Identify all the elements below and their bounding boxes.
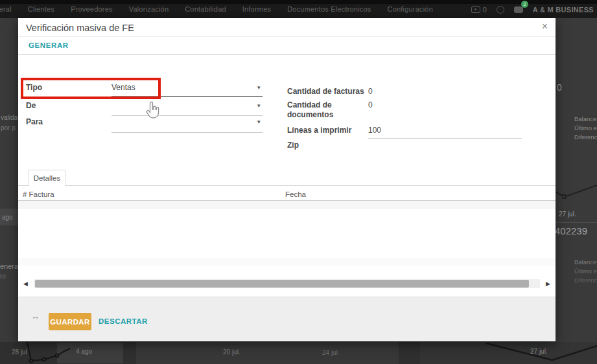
modal-footer: ↔ GUARDAR DESCARTAR bbox=[18, 297, 556, 341]
bg-right-divider bbox=[556, 222, 597, 223]
bg-right-date: 27 jul. bbox=[559, 210, 576, 218]
guardar-button[interactable]: GUARDAR bbox=[49, 313, 91, 330]
resize-arrows-icon[interactable]: ↔ bbox=[31, 312, 40, 321]
scroll-left-icon[interactable]: ◀ bbox=[23, 280, 28, 287]
scrollbar-track[interactable] bbox=[34, 279, 540, 288]
descartar-button[interactable]: DESCARTAR bbox=[99, 317, 148, 325]
bg-bottom-date-4: 24 jul bbox=[322, 349, 338, 356]
modal-statusbar: GENERAR bbox=[18, 37, 556, 55]
bg-right-kpi-top: 0 bbox=[557, 82, 562, 93]
bg-right-ultimo-1: Último e bbox=[574, 124, 597, 131]
nav-item-documentos-electronicos[interactable]: Documentos Electronicos bbox=[287, 5, 371, 13]
close-icon[interactable]: × bbox=[542, 21, 548, 32]
nav-item-proveedores[interactable]: Proveedores bbox=[71, 5, 113, 13]
nav-item-clientes[interactable]: Clientes bbox=[28, 5, 54, 13]
zip-label: Zip bbox=[287, 141, 299, 150]
activity-clock-icon[interactable] bbox=[497, 6, 504, 14]
nav-item-general[interactable]: eneral bbox=[0, 5, 12, 13]
modal-verificacion-masiva: Verificación masiva de FE × GENERAR Tipo… bbox=[18, 18, 556, 341]
messages-button[interactable]: 2 bbox=[514, 4, 523, 16]
scrollbar-thumb[interactable] bbox=[35, 280, 529, 288]
bg-right-balance-2: Balance bbox=[574, 258, 596, 266]
screen: eneral Clientes Proveedores Valorización… bbox=[0, 0, 597, 364]
modal-header: Verificación masiva de FE × bbox=[18, 18, 556, 37]
bg-bottom-date-2: 4 ago bbox=[76, 348, 92, 355]
bg-left-text-1: valida bbox=[1, 114, 18, 121]
para-caret-down-icon[interactable]: ▾ bbox=[257, 119, 261, 125]
credits-count: 0 bbox=[483, 6, 487, 14]
column-header-fecha[interactable]: Fecha bbox=[285, 190, 306, 198]
column-header-factura[interactable]: # Factura bbox=[23, 190, 54, 198]
tab-detalles[interactable]: Detalles bbox=[29, 170, 65, 186]
bg-left-date: ago bbox=[2, 214, 13, 221]
bg-left-text-4: ro bbox=[0, 273, 6, 280]
bg-bottom-date-1: 28 jul bbox=[12, 348, 27, 356]
de-label: De bbox=[26, 101, 36, 110]
cantidad-documentos-value: 0 bbox=[368, 100, 373, 109]
lineas-imprimir-underline bbox=[368, 138, 522, 139]
nav-item-configuracion[interactable]: Configuración bbox=[388, 5, 433, 13]
company-name[interactable]: A & M BUSINESS bbox=[533, 6, 594, 14]
modal-title: Verificación masiva de FE bbox=[26, 23, 134, 33]
bg-right-kpi-number: 402239 bbox=[555, 225, 587, 236]
de-caret-down-icon[interactable]: ▾ bbox=[257, 102, 261, 109]
wallet-icon bbox=[471, 6, 480, 13]
para-select-field[interactable] bbox=[111, 132, 263, 133]
bg-right-sparkline bbox=[556, 181, 597, 202]
para-label: Para bbox=[26, 117, 43, 126]
table-empty-row-2 bbox=[18, 258, 556, 266]
bg-right-diferencia-1: Diferenc bbox=[574, 133, 597, 141]
hand-cursor-icon bbox=[144, 101, 161, 120]
top-navbar: eneral Clientes Proveedores Valorización… bbox=[0, 0, 597, 18]
generar-button[interactable]: GENERAR bbox=[29, 41, 69, 49]
tipo-caret-down-icon[interactable]: ▾ bbox=[257, 84, 261, 91]
unread-badge: 2 bbox=[521, 1, 528, 8]
cantidad-documentos-label: Cantidad de documentos bbox=[287, 100, 347, 120]
bg-bottom-date-3: 20 jul. bbox=[223, 348, 240, 356]
credits-counter[interactable]: 0 bbox=[471, 6, 487, 14]
tipo-select-value[interactable]: Ventas bbox=[111, 83, 135, 92]
cantidad-facturas-label: Cantidad de facturas bbox=[287, 87, 364, 96]
bg-bottom-line-chart bbox=[25, 342, 76, 364]
table-empty-row bbox=[18, 201, 556, 209]
nav-item-valorizacion[interactable]: Valorización bbox=[129, 5, 169, 13]
bg-left-text-2: por p bbox=[1, 124, 16, 131]
chat-bubble-icon bbox=[514, 6, 523, 13]
bg-bottom-date-5: 27 jul. bbox=[530, 348, 548, 355]
bg-right-diferencia-2: Diferenc bbox=[574, 277, 597, 284]
bg-right-ultimo-2: Último e bbox=[574, 267, 597, 275]
cantidad-facturas-value: 0 bbox=[368, 87, 373, 96]
de-select-field[interactable] bbox=[111, 115, 263, 116]
nav-item-contabilidad[interactable]: Contabilidad bbox=[185, 5, 226, 13]
bg-left-text-3: eneral bbox=[0, 262, 20, 270]
systray: 0 2 A & M BUSINESS bbox=[471, 4, 594, 16]
tipo-label: Tipo bbox=[26, 83, 42, 92]
bg-bottom-card-2 bbox=[136, 342, 399, 364]
tipo-underline bbox=[111, 96, 263, 97]
lineas-imprimir-input[interactable]: 100 bbox=[368, 126, 381, 135]
nav-menu: eneral Clientes Proveedores Valorización… bbox=[0, 5, 433, 13]
bg-right-balance-1: Balance bbox=[574, 115, 596, 122]
lineas-imprimir-label: Líneas a imprimir bbox=[287, 126, 351, 135]
tab-divider bbox=[18, 185, 556, 186]
horizontal-scrollbar: ◀ ▶ bbox=[22, 278, 552, 290]
nav-item-informes[interactable]: Informes bbox=[242, 5, 271, 13]
scroll-right-icon[interactable]: ▶ bbox=[546, 280, 550, 287]
